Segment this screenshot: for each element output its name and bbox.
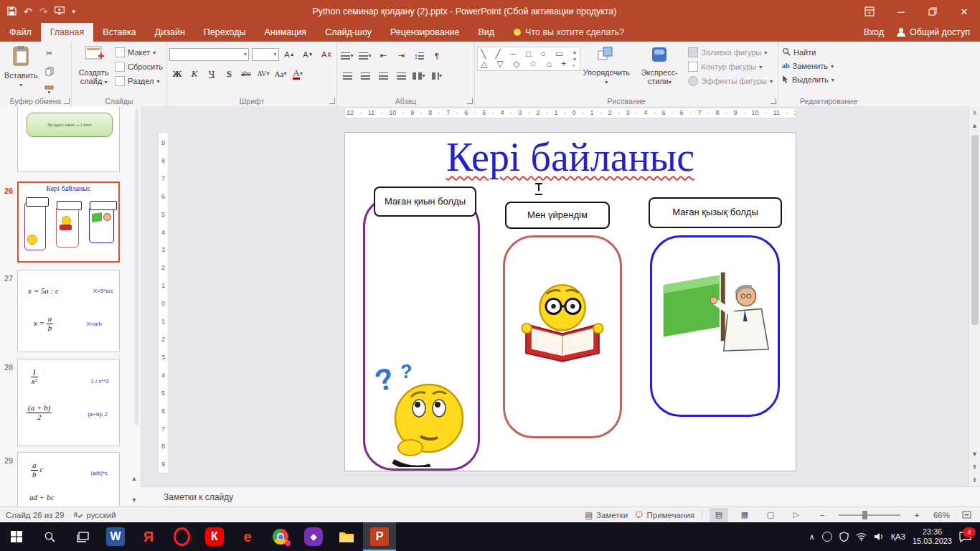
thumbnail-slide-26[interactable]: Кері байланыс — [17, 182, 120, 263]
clear-formatting-button[interactable]: A — [319, 47, 334, 62]
shape-effects-button[interactable]: Эффекты фигуры▾ — [688, 76, 773, 86]
decrease-indent-button[interactable]: ⇤ — [375, 48, 391, 63]
sign-in-button[interactable]: Вход — [864, 27, 884, 37]
underline-button[interactable]: Ч — [204, 66, 220, 81]
strikethrough-button[interactable]: abc — [238, 66, 254, 81]
taskbar-powerpoint-button[interactable]: P — [363, 522, 396, 551]
redo-icon[interactable]: ↷ — [39, 6, 48, 17]
card-difficult[interactable]: ? ? — [363, 196, 480, 471]
zoom-level[interactable]: 66% — [933, 511, 950, 519]
notes-toggle-button[interactable]: ▤Заметки — [585, 510, 628, 520]
save-icon[interactable] — [7, 6, 17, 17]
shapes-gallery[interactable]: ╲ ╱ ─ □ ○ ▭ △ ▽ ◇ ☆ ⌂ + ▲ ▼ ≡ — [477, 47, 580, 71]
shield-icon[interactable] — [839, 532, 849, 542]
tab-transitions[interactable]: Переходы — [194, 23, 255, 42]
language-indicator[interactable]: русский — [74, 511, 116, 519]
layout-button[interactable]: Макет▾ — [115, 47, 163, 57]
numbering-button[interactable]: ▾ — [357, 48, 373, 63]
notes-bar[interactable]: Заметки к слайду — [141, 486, 980, 507]
search-button[interactable] — [33, 522, 66, 551]
thumbnail-slide-27[interactable]: x = 5a : c X=5*a/c x = ab X=a/b — [17, 270, 120, 352]
tab-view[interactable]: Вид — [468, 23, 504, 42]
minimize-button[interactable]: ─ — [885, 0, 917, 23]
align-left-button[interactable] — [339, 68, 355, 83]
section-button[interactable]: Раздел▾ — [115, 76, 163, 86]
taskbar-yandex-browser-button[interactable]: Я — [132, 522, 165, 551]
slide-counter[interactable]: Слайд 26 из 29 — [6, 511, 64, 519]
thumbnail-slide-28[interactable]: 1x² 1 / x**2 (a + b)2 (a+b)/ 2 — [17, 359, 120, 446]
paste-button[interactable]: Вставить▾ — [2, 44, 40, 90]
tab-file[interactable]: Файл — [0, 23, 41, 42]
text-direction-button[interactable]: ¶ — [429, 48, 445, 63]
thumbnail-scroll-buttons[interactable]: ▲ ▼ — [128, 475, 141, 504]
scroll-up-icon[interactable]: ▲ — [969, 119, 980, 132]
editor-scrollbar[interactable]: ∧ ▲ ▼ ⇞ ⇟ — [969, 106, 980, 486]
tab-slideshow[interactable]: Слайд-шоу — [316, 23, 381, 42]
clock[interactable]: 23:36 15.03.2023 — [913, 527, 952, 546]
columns-button[interactable]: ▾ — [411, 68, 427, 83]
vertical-ruler[interactable]: 9 8 7 6 5 4 3 2 1 0 1 2 3 4 5 6 7 8 9 — [158, 121, 169, 484]
shrink-font-button[interactable]: A▼ — [300, 47, 316, 62]
align-right-button[interactable] — [375, 68, 391, 83]
text-shadow-button[interactable]: S — [221, 66, 237, 81]
shape-fill-button[interactable]: Заливка фигуры▾ — [688, 47, 773, 57]
hidden-icons-chevron[interactable]: ∧ — [809, 532, 815, 542]
view-reading-button[interactable]: ▢ — [761, 508, 780, 522]
dialog-launcher-icon[interactable] — [467, 98, 473, 104]
cut-button[interactable]: ✂ — [42, 46, 57, 61]
zoom-slider[interactable] — [839, 514, 900, 516]
bold-button[interactable]: Ж — [169, 66, 185, 81]
slide-title[interactable]: Кері байланыс — [345, 134, 796, 180]
next-slide-button[interactable]: ⇟ — [969, 474, 980, 486]
shapes-gallery-scroll[interactable]: ▲ ▼ ≡ — [570, 49, 577, 69]
align-center-button[interactable] — [357, 68, 373, 83]
card-label-learned[interactable]: Мен үйрендім — [505, 202, 610, 229]
tab-home[interactable]: Главная — [41, 23, 94, 42]
tray-app-icon[interactable] — [822, 532, 832, 542]
taskbar-word-button[interactable]: W — [99, 522, 132, 551]
view-normal-button[interactable]: ▤ — [710, 508, 728, 522]
new-slide-button[interactable]: Создать слайд ▾ — [74, 44, 113, 88]
select-button[interactable]: Выделить ▾ — [782, 75, 834, 85]
scroll-down-icon[interactable]: ▼ — [969, 448, 980, 461]
ribbon-display-options-icon[interactable] — [854, 0, 885, 23]
tab-animation[interactable]: Анимация — [255, 23, 316, 42]
line-spacing-button[interactable]: ↕ — [411, 48, 427, 63]
thumbnail-slide-25[interactable]: Әр дұрыс жауап — 1 балл — [17, 106, 120, 172]
find-button[interactable]: Найти — [782, 47, 834, 57]
tab-design[interactable]: Дизайн — [146, 23, 194, 42]
stray-shape[interactable] — [535, 183, 542, 195]
taskbar-purple-app-button[interactable]: ◆ — [297, 522, 330, 551]
restore-button[interactable] — [917, 0, 948, 23]
card-interesting[interactable] — [650, 235, 780, 417]
card-label-difficult[interactable]: Маған қиын болды — [374, 187, 476, 217]
comments-toggle-button[interactable]: 🗩Примечания — [635, 511, 694, 519]
copy-button[interactable] — [42, 64, 57, 79]
keyboard-language[interactable]: ҚАЗ — [891, 532, 905, 541]
start-button[interactable] — [0, 522, 33, 551]
taskbar-yandex-e-button[interactable]: е — [231, 522, 264, 551]
card-learned[interactable] — [503, 235, 622, 438]
font-color-button[interactable]: А▾ — [290, 66, 306, 81]
task-view-button[interactable] — [66, 522, 99, 551]
tab-insert[interactable]: Вставка — [93, 23, 145, 42]
dialog-launcher-icon[interactable] — [771, 98, 776, 104]
font-name-combo[interactable]: ▾ — [169, 48, 249, 61]
taskbar-browser-button[interactable] — [264, 522, 297, 551]
action-center-button[interactable]: 4 — [959, 532, 971, 542]
character-spacing-button[interactable]: AV▾ — [255, 66, 271, 81]
taskbar-yandex-k-button[interactable]: К — [198, 522, 231, 551]
scrollbar-thumb[interactable] — [971, 135, 979, 325]
grow-font-button[interactable]: A▲ — [282, 47, 298, 62]
quick-styles-button[interactable]: Экспресс-стили▾ — [632, 44, 687, 88]
slide-canvas[interactable]: Кері байланыс ? ? — [344, 132, 796, 471]
card-label-interesting[interactable]: Маған қызық болды — [649, 197, 782, 228]
network-icon[interactable] — [856, 532, 867, 541]
fit-to-window-button[interactable] — [957, 508, 976, 522]
horizontal-ruler[interactable]: 12 · 11 · 10 · 9 · 8 · 7 · 6 · 5 · 4 · 3… — [141, 108, 969, 118]
thumbnail-slide-29[interactable]: ab c (a/b)*c ad + bc — [17, 452, 120, 507]
bullets-button[interactable]: ▾ — [339, 48, 355, 63]
start-slideshow-icon[interactable] — [55, 6, 65, 17]
thumbnail-scrollbar[interactable] — [135, 109, 138, 425]
close-button[interactable]: ✕ — [948, 0, 980, 23]
